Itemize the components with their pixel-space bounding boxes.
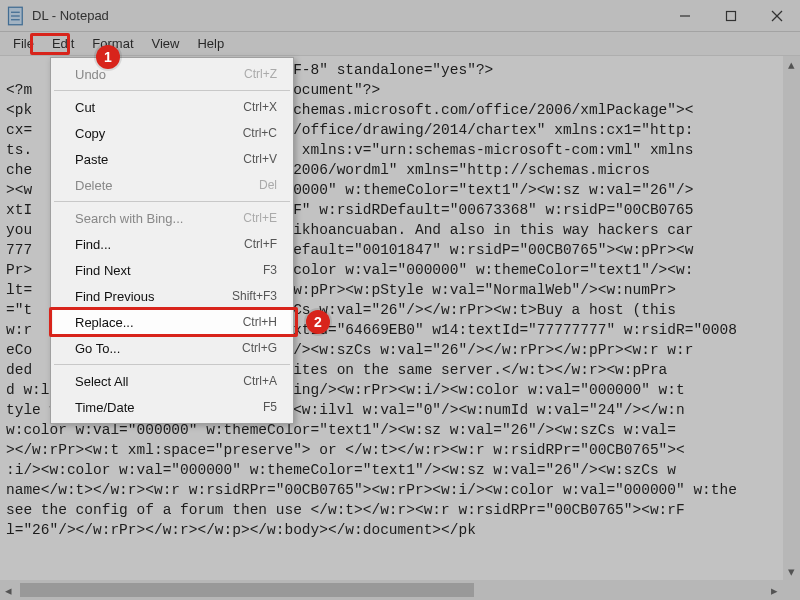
menu-help[interactable]: Help [188, 34, 233, 53]
menu-format[interactable]: Format [83, 34, 142, 53]
menu-separator [54, 364, 290, 365]
notepad-app-icon [6, 7, 26, 25]
menu-item-label: Paste [75, 152, 243, 167]
menu-item-shortcut: Ctrl+E [243, 211, 277, 225]
menu-item-label: Cut [75, 100, 243, 115]
svg-rect-5 [727, 11, 736, 20]
menu-item-select-all[interactable]: Select All Ctrl+A [53, 368, 291, 394]
menu-item-replace[interactable]: Replace... Ctrl+H [53, 309, 291, 335]
menu-item-find-next[interactable]: Find Next F3 [53, 257, 291, 283]
menu-item-shortcut: Ctrl+G [242, 341, 277, 355]
close-button[interactable] [754, 0, 800, 32]
scroll-up-icon[interactable]: ▴ [783, 56, 800, 73]
menu-item-label: Search with Bing... [75, 211, 243, 226]
menu-item-find[interactable]: Find... Ctrl+F [53, 231, 291, 257]
menu-item-label: Find Next [75, 263, 263, 278]
menu-file[interactable]: File [4, 34, 43, 53]
menu-item-delete[interactable]: Delete Del [53, 172, 291, 198]
menu-item-goto[interactable]: Go To... Ctrl+G [53, 335, 291, 361]
window-title: DL - Notepad [32, 8, 109, 23]
menu-item-shortcut: Ctrl+Z [244, 67, 277, 81]
menu-item-label: Delete [75, 178, 259, 193]
menu-item-shortcut: Del [259, 178, 277, 192]
menu-item-shortcut: Shift+F3 [232, 289, 277, 303]
menu-separator [54, 201, 290, 202]
scroll-down-icon[interactable]: ▾ [783, 563, 800, 580]
menu-item-shortcut: Ctrl+X [243, 100, 277, 114]
menu-item-shortcut: Ctrl+C [243, 126, 277, 140]
titlebar: DL - Notepad [0, 0, 800, 32]
menu-item-shortcut: Ctrl+H [243, 315, 277, 329]
menu-item-shortcut: F5 [263, 400, 277, 414]
menu-item-find-previous[interactable]: Find Previous Shift+F3 [53, 283, 291, 309]
menu-item-search-bing[interactable]: Search with Bing... Ctrl+E [53, 205, 291, 231]
scroll-left-icon[interactable]: ◂ [0, 580, 17, 600]
menu-item-shortcut: Ctrl+V [243, 152, 277, 166]
menu-item-label: Find Previous [75, 289, 232, 304]
maximize-button[interactable] [708, 0, 754, 32]
scroll-right-icon[interactable]: ▸ [766, 580, 783, 600]
menu-item-cut[interactable]: Cut Ctrl+X [53, 94, 291, 120]
menu-item-time-date[interactable]: Time/Date F5 [53, 394, 291, 420]
minimize-button[interactable] [662, 0, 708, 32]
menu-item-label: Copy [75, 126, 243, 141]
menu-item-copy[interactable]: Copy Ctrl+C [53, 120, 291, 146]
menu-item-shortcut: Ctrl+F [244, 237, 277, 251]
edit-menu-dropdown: Undo Ctrl+Z Cut Ctrl+X Copy Ctrl+C Paste… [50, 57, 294, 424]
scroll-thumb[interactable] [20, 583, 474, 597]
menu-separator [54, 90, 290, 91]
menu-edit[interactable]: Edit [43, 34, 83, 53]
menu-item-paste[interactable]: Paste Ctrl+V [53, 146, 291, 172]
menu-view[interactable]: View [143, 34, 189, 53]
menubar: File Edit Format View Help [0, 32, 800, 56]
menu-item-label: Undo [75, 67, 244, 82]
menu-item-undo[interactable]: Undo Ctrl+Z [53, 61, 291, 87]
horizontal-scrollbar[interactable]: ◂ ▸ [0, 580, 783, 600]
menu-item-label: Time/Date [75, 400, 263, 415]
window-controls [662, 0, 800, 32]
menu-item-label: Find... [75, 237, 244, 252]
menu-item-label: Go To... [75, 341, 242, 356]
menu-item-label: Select All [75, 374, 243, 389]
menu-item-shortcut: Ctrl+A [243, 374, 277, 388]
scroll-corner [783, 580, 800, 600]
menu-item-label: Replace... [75, 315, 243, 330]
vertical-scrollbar[interactable]: ▴ ▾ [783, 56, 800, 580]
menu-item-shortcut: F3 [263, 263, 277, 277]
